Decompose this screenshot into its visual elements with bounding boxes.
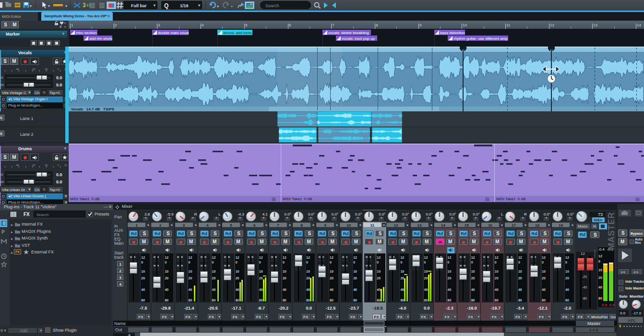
svg-text:12: 12	[64, 164, 67, 167]
svg-text:-10: -10	[44, 68, 48, 71]
svg-text:-10: -10	[44, 164, 48, 167]
svg-text:-20: -20	[32, 164, 35, 167]
svg-text:-40: -40	[15, 164, 19, 167]
svg-text:-20: -20	[32, 68, 35, 71]
svg-text:0: 0	[58, 164, 59, 167]
svg-text:0: 0	[58, 68, 59, 71]
svg-text:-40: -40	[15, 68, 19, 71]
